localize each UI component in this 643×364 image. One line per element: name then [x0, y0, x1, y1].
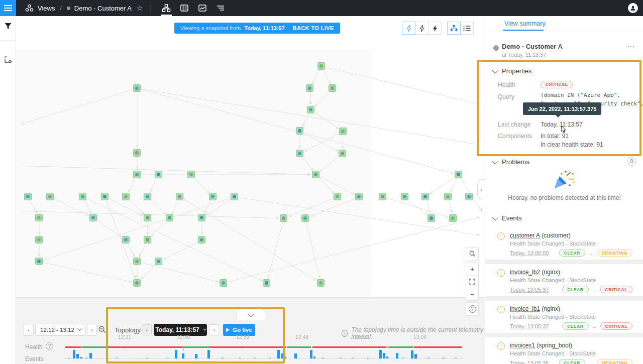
- problems-filter-active-icon[interactable]: [402, 22, 415, 35]
- zoom-out-range-icon[interactable]: [98, 325, 106, 336]
- topology-node[interactable]: [231, 193, 238, 200]
- view-settings-icon[interactable]: [0, 50, 16, 70]
- topology-node[interactable]: [176, 193, 183, 200]
- event-card[interactable]: !invoices1 (spring_boot)Health State Cha…: [492, 337, 637, 364]
- topology-node[interactable]: [421, 193, 429, 200]
- breadcrumb-view-name[interactable]: Demo - Customer A: [74, 5, 132, 12]
- event-time-link[interactable]: Today, 13:05:37: [510, 323, 549, 329]
- event-time-link[interactable]: Today, 13:05:35: [510, 360, 549, 364]
- menu-icon[interactable]: [0, 0, 16, 16]
- topology-mode-icon[interactable]: [447, 22, 461, 35]
- topology-node[interactable]: [317, 279, 325, 287]
- event-name[interactable]: customer A (customer): [510, 232, 571, 239]
- event-name[interactable]: invoices1 (spring_boot): [510, 342, 572, 349]
- topology-node[interactable]: [133, 279, 141, 287]
- back-to-live-button[interactable]: BACK TO LIVE: [293, 25, 334, 31]
- topology-node[interactable]: [155, 171, 162, 178]
- time-range-select[interactable]: 12:12 - 13:12: [35, 324, 85, 336]
- topology-node[interactable]: [329, 84, 336, 92]
- user-avatar[interactable]: [628, 3, 638, 13]
- problems-filter-filled-icon[interactable]: [428, 22, 442, 35]
- topology-node[interactable]: [198, 214, 205, 221]
- topology-node[interactable]: [339, 128, 347, 135]
- topology-node[interactable]: [296, 127, 303, 135]
- topology-time-prev-button[interactable]: ‹: [142, 324, 152, 335]
- topology-node[interactable]: [166, 214, 173, 221]
- topology-node[interactable]: [280, 214, 287, 222]
- topology-node[interactable]: [89, 214, 97, 221]
- topology-view-icon[interactable]: [159, 0, 174, 16]
- filter-icon[interactable]: [0, 16, 16, 36]
- events-section-header[interactable]: Events: [492, 214, 522, 222]
- tab-view-summary[interactable]: View summary: [504, 20, 546, 27]
- event-time-link[interactable]: Today, 13:06:00: [510, 250, 549, 256]
- topology-node[interactable]: [307, 106, 314, 113]
- topology-node[interactable]: [296, 150, 303, 157]
- topology-node[interactable]: [122, 236, 130, 244]
- health-help-icon[interactable]: ?: [46, 342, 53, 350]
- topology-node[interactable]: [465, 193, 473, 200]
- fit-to-screen-button[interactable]: [466, 275, 478, 288]
- topology-node[interactable]: [35, 236, 43, 244]
- topology-node[interactable]: [301, 214, 309, 222]
- zoom-out-button[interactable]: −: [466, 288, 478, 300]
- event-card[interactable]: !customer A (customer)Health State Chang…: [492, 227, 637, 260]
- topology-node[interactable]: [198, 236, 205, 244]
- topology-node[interactable]: [263, 279, 270, 287]
- topology-node[interactable]: [133, 84, 141, 92]
- event-name[interactable]: invoice_lb1 (nginx): [510, 305, 560, 312]
- topology-node[interactable]: [427, 214, 435, 222]
- component-list-view-icon[interactable]: [177, 0, 192, 16]
- metrics-view-icon[interactable]: [195, 0, 210, 16]
- event-time-link[interactable]: Today, 13:05:37: [510, 287, 549, 293]
- breadcrumb-views[interactable]: Views: [38, 5, 55, 12]
- view-favorite-star-icon[interactable]: ☆: [557, 42, 563, 50]
- favorite-star-icon[interactable]: ☆: [137, 4, 143, 12]
- zoom-in-button[interactable]: +: [466, 263, 478, 275]
- range-prev-button[interactable]: ‹: [24, 324, 34, 336]
- topology-node[interactable]: [220, 279, 227, 287]
- events-view-icon[interactable]: [213, 0, 228, 16]
- topology-node[interactable]: [133, 149, 141, 157]
- topology-node[interactable]: [122, 193, 130, 200]
- problems-filter-outline-icon[interactable]: [415, 22, 428, 35]
- topology-node[interactable]: [133, 171, 141, 178]
- topology-node[interactable]: [209, 193, 217, 200]
- topology-node[interactable]: [187, 171, 195, 178]
- topology-node[interactable]: [46, 193, 54, 200]
- collapse-timeline-tab[interactable]: [236, 309, 265, 320]
- event-card[interactable]: !invoice_lb1 (nginx)Health State Changed…: [492, 301, 637, 333]
- problems-section-header[interactable]: Problems: [492, 158, 529, 166]
- topology-node[interactable]: [35, 214, 43, 221]
- zoom-search-button[interactable]: [466, 247, 479, 261]
- topology-node[interactable]: [455, 171, 462, 178]
- range-next-button[interactable]: ›: [87, 324, 97, 336]
- topology-node[interactable]: [312, 171, 319, 178]
- event-name[interactable]: invoice_lb2 (nginx): [510, 269, 560, 276]
- topology-node[interactable]: [401, 193, 408, 200]
- topology-node[interactable]: [339, 150, 346, 157]
- topology-node[interactable]: [444, 193, 452, 200]
- expand-panel-chevron-button[interactable]: ›: [477, 179, 485, 199]
- properties-section-header[interactable]: Properties: [492, 67, 531, 75]
- topology-node[interactable]: [133, 258, 141, 265]
- topology-node[interactable]: [79, 193, 86, 200]
- topology-node[interactable]: [449, 214, 457, 222]
- topology-node[interactable]: [101, 193, 109, 200]
- topology-node[interactable]: [24, 193, 32, 200]
- view-more-menu[interactable]: ⋯: [627, 42, 635, 51]
- topology-node[interactable]: [155, 258, 162, 265]
- topology-node[interactable]: [35, 258, 43, 265]
- event-card[interactable]: !invoice_lb2 (nginx)Health State Changed…: [492, 264, 637, 296]
- topology-node[interactable]: [334, 193, 341, 200]
- topology-node[interactable]: [144, 236, 151, 244]
- topology-node[interactable]: [355, 193, 363, 200]
- topology-node[interactable]: [379, 193, 386, 200]
- canvas-help-button[interactable]: ?: [466, 302, 479, 316]
- topology-node[interactable]: [144, 193, 151, 200]
- list-mode-icon[interactable]: [460, 22, 474, 35]
- topology-time-next-button[interactable]: ›: [209, 324, 219, 335]
- topology-node[interactable]: [317, 62, 325, 70]
- topology-canvas[interactable]: Viewing a snapshot from Today, 11:13:57 …: [16, 16, 485, 297]
- topology-node[interactable]: [144, 214, 151, 221]
